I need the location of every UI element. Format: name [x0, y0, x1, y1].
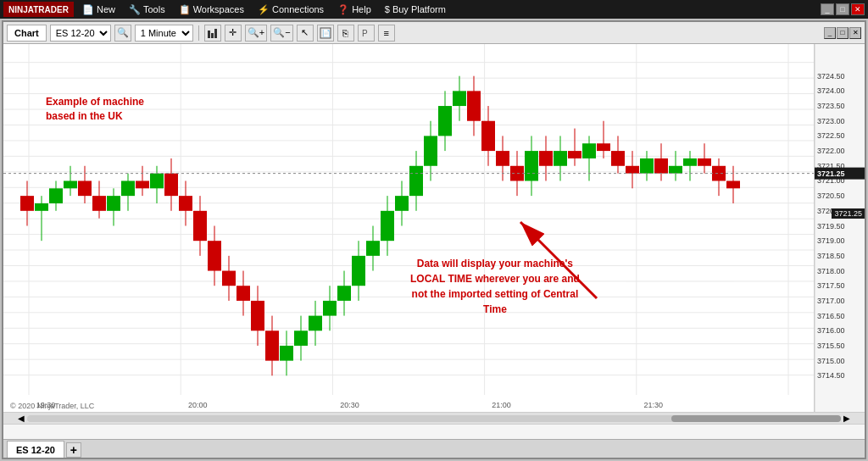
candlestick-chart: [3, 44, 814, 412]
instrument-select[interactable]: ES 12-20: [50, 25, 111, 42]
chart-tab-label: Chart: [7, 25, 47, 42]
magnify-button[interactable]: 🔍: [114, 25, 131, 42]
chart-toolbar: Chart ES 12-20 🔍 1 Minute ✛ 🔍+ 🔍− ↖ 📄 ⎘: [3, 22, 865, 44]
chart-main[interactable]: Example of machine based in the UK Data …: [3, 44, 814, 412]
close-button[interactable]: ✕: [851, 3, 865, 15]
new-icon: 📄: [82, 4, 94, 15]
draw-icon: 📄: [320, 27, 331, 39]
chart-window: Chart ES 12-20 🔍 1 Minute ✛ 🔍+ 🔍− ↖ 📄 ⎘: [2, 20, 866, 459]
title-bar-controls: _ □ ✕: [821, 3, 865, 15]
scrollbar-thumb[interactable]: [671, 415, 841, 422]
svg-text:📄: 📄: [322, 29, 331, 37]
zoom-out-button[interactable]: 🔍−: [270, 25, 292, 42]
title-bar: NINJATRADER 📄 New 🔧 Tools 📋 Workspaces ⚡…: [0, 0, 868, 19]
tools-icon: 🔧: [129, 4, 141, 15]
title-bar-left: NINJATRADER 📄 New 🔧 Tools 📋 Workspaces ⚡…: [3, 0, 453, 19]
ninjatrader-logo: NINJATRADER: [3, 2, 74, 17]
scroll-left-button[interactable]: ◀: [15, 413, 27, 425]
menu-buy-platform[interactable]: $ Buy Platform: [378, 0, 453, 19]
dollar-icon: $: [385, 4, 390, 14]
draw-button[interactable]: 📄: [317, 25, 334, 42]
title-bar-menu: 📄 New 🔧 Tools 📋 Workspaces ⚡ Connections…: [75, 0, 453, 19]
svg-rect-2: [214, 29, 217, 38]
period-icon: P: [360, 27, 372, 39]
chart-minimize-button[interactable]: _: [824, 27, 836, 39]
svg-rect-0: [208, 31, 210, 38]
properties-button[interactable]: ≡: [378, 25, 395, 42]
bar-chart-button[interactable]: [204, 25, 221, 42]
svg-text:P: P: [362, 29, 368, 38]
scrollbar-track[interactable]: [27, 415, 841, 422]
minimize-button[interactable]: _: [821, 3, 834, 15]
help-icon: ❓: [337, 4, 349, 15]
crosshair-button[interactable]: ✛: [225, 25, 242, 42]
chart-close-button[interactable]: ✕: [849, 27, 861, 39]
maximize-button[interactable]: □: [836, 3, 849, 15]
menu-connections[interactable]: ⚡ Connections: [251, 0, 331, 19]
menu-help[interactable]: ❓ Help: [331, 0, 378, 19]
connections-icon: ⚡: [258, 4, 270, 15]
workspaces-icon: 📋: [179, 4, 191, 15]
copy-button[interactable]: ⎘: [337, 25, 354, 42]
toolbar-separator-1: [198, 25, 199, 41]
chart-content: Example of machine based in the UK Data …: [3, 44, 865, 412]
price-axis: 3721.25: [814, 44, 865, 412]
menu-workspaces[interactable]: 📋 Workspaces: [172, 0, 251, 19]
chart-restore-button[interactable]: □: [837, 27, 849, 39]
svg-rect-1: [211, 33, 214, 38]
bar-chart-icon: [207, 27, 219, 39]
period-button[interactable]: P: [358, 25, 375, 42]
current-price-label: 3721.25: [832, 208, 865, 219]
horizontal-scrollbar[interactable]: ◀ ▶: [3, 412, 865, 424]
zoom-in-button[interactable]: 🔍+: [245, 25, 267, 42]
chart-window-controls: _ □ ✕: [824, 27, 861, 39]
timeframe-select[interactable]: 1 Minute: [135, 25, 193, 42]
price-axis-canvas: [815, 44, 865, 412]
scroll-right-button[interactable]: ▶: [841, 413, 853, 425]
tab-bar: ES 12-20 +: [3, 439, 865, 458]
add-tab-button[interactable]: +: [66, 442, 81, 458]
pointer-button[interactable]: ↖: [297, 25, 314, 42]
menu-new[interactable]: 📄 New: [75, 0, 122, 19]
menu-tools[interactable]: 🔧 Tools: [122, 0, 172, 19]
copyright-text: © 2020 NinjaTrader, LLC: [10, 402, 94, 410]
instrument-tab[interactable]: ES 12-20: [7, 441, 64, 458]
chart-bottom-bar: [3, 424, 865, 439]
